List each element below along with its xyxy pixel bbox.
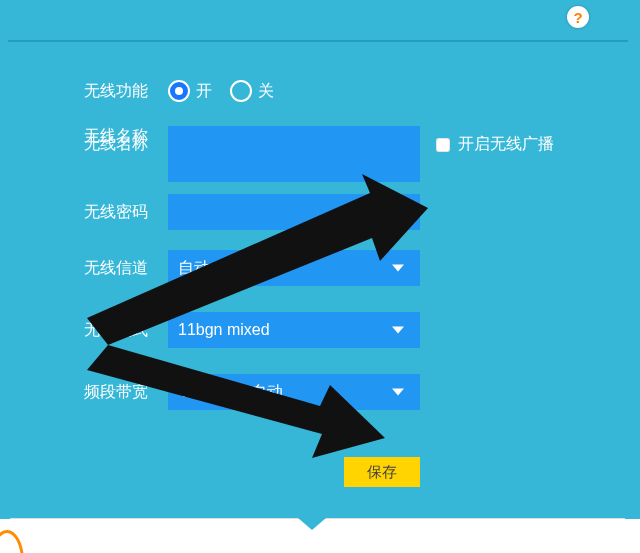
radio-wireless-off-label: 关 [258,81,274,102]
checkbox-broadcast[interactable] [436,138,450,152]
label-ssid-front: 无线名称 [84,126,168,147]
label-channel: 无线信道 [84,258,168,279]
row-ssid-front: 无线名称 [84,126,168,147]
save-button[interactable]: 保存 [344,457,420,487]
header-separator [8,40,628,42]
input-password[interactable] [168,194,420,230]
chevron-down-icon [392,327,404,334]
chevron-down-icon [392,265,404,272]
select-bandwidth-value: 40/20MHz自动 [178,382,283,403]
ssid-field-backdrop [168,126,420,182]
row-password: 无线密码 [84,194,420,230]
select-channel-value: 自动 [178,258,210,279]
page-root: ? 无线功能 开 关 无线名称 无线名称 开启无线广播 无线密码 [0,0,640,553]
row-wireless-enable: 无线功能 开 关 [84,80,292,102]
settings-panel: 无线功能 开 关 无线名称 无线名称 开启无线广播 无线密码 无线信道 [0,44,640,519]
help-button[interactable]: ? [567,6,589,28]
label-password: 无线密码 [84,202,168,223]
select-bandwidth[interactable]: 40/20MHz自动 [168,374,420,410]
label-mode: 无线模式 [84,320,168,341]
save-button-label: 保存 [367,463,397,482]
help-icon: ? [573,9,582,26]
label-broadcast: 开启无线广播 [458,134,554,155]
chevron-down-icon [392,389,404,396]
radio-wireless-on-label: 开 [196,81,212,102]
select-mode[interactable]: 11bgn mixed [168,312,420,348]
decorative-arc [0,530,24,553]
label-wireless-enable: 无线功能 [84,81,168,102]
row-channel: 无线信道 自动 [84,250,420,286]
radio-wireless-on[interactable] [168,80,190,102]
row-broadcast: 开启无线广播 [436,134,554,155]
row-bandwidth: 频段带宽 40/20MHz自动 [84,374,420,410]
row-mode: 无线模式 11bgn mixed [84,312,420,348]
select-mode-value: 11bgn mixed [178,321,270,339]
panel-notch-icon [298,518,326,530]
label-bandwidth: 频段带宽 [84,382,168,403]
radio-wireless-off[interactable] [230,80,252,102]
select-channel[interactable]: 自动 [168,250,420,286]
top-strip [0,0,640,44]
